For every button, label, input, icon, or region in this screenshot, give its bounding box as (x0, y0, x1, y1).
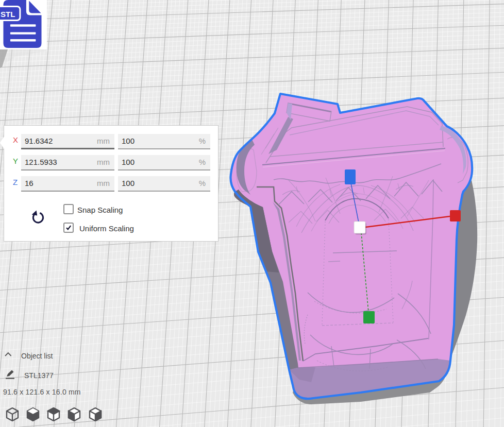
svg-text:STL: STL (1, 10, 15, 19)
